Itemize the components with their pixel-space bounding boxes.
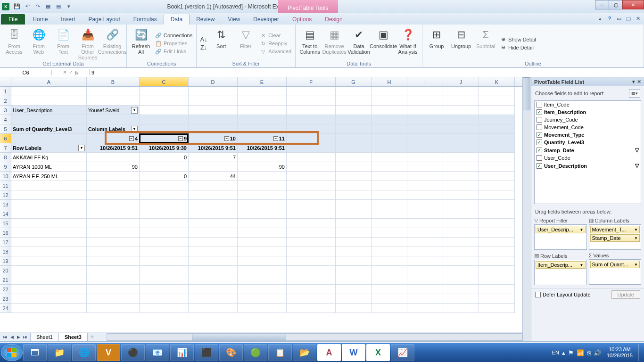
collapse-icon[interactable]: − <box>178 136 183 141</box>
cell[interactable] <box>443 200 479 209</box>
cell[interactable] <box>372 256 407 266</box>
sort-az-button[interactable]: A↓ <box>199 36 208 43</box>
cell[interactable] <box>336 153 372 162</box>
cell[interactable] <box>372 134 407 143</box>
area-item[interactable]: Movement_T...▼ <box>590 226 640 233</box>
cell[interactable] <box>287 266 336 275</box>
cell[interactable] <box>11 190 87 200</box>
horizontal-scrollbar[interactable] <box>107 333 522 341</box>
checkbox[interactable]: ✓ <box>537 140 542 145</box>
taskbar-item[interactable]: 🟢 <box>244 344 267 361</box>
cell[interactable] <box>87 115 140 124</box>
remove-duplicates-button[interactable]: ▦Remove Duplicates <box>323 26 346 60</box>
column-header[interactable]: G <box>336 77 372 86</box>
hide-detail-button[interactable]: ⊖Hide Detail <box>499 44 537 51</box>
cell[interactable] <box>443 134 479 143</box>
what-if-button[interactable]: ❓What-If Analysis <box>396 26 419 60</box>
cell[interactable] <box>479 247 515 256</box>
row-header[interactable]: 9 <box>0 162 11 172</box>
qat-icon[interactable]: ▦ <box>44 3 52 10</box>
cell[interactable] <box>11 219 87 228</box>
cell[interactable] <box>407 275 443 285</box>
cell[interactable] <box>372 209 407 219</box>
cell[interactable] <box>479 228 515 238</box>
tab-developer[interactable]: Developer <box>247 14 286 25</box>
cell[interactable] <box>140 87 189 96</box>
window-restore-icon[interactable]: ▢ <box>625 15 632 22</box>
cell[interactable] <box>479 134 515 143</box>
cell[interactable] <box>238 106 287 115</box>
cell[interactable] <box>407 238 443 247</box>
cell[interactable] <box>140 266 189 275</box>
window-restore-icon[interactable]: ▭ <box>616 15 622 22</box>
column-header[interactable]: A <box>11 77 87 86</box>
row-header[interactable]: 22 <box>0 285 11 294</box>
cell[interactable] <box>140 304 189 313</box>
area-column-labels[interactable]: ▥Column Labels Movement_T...▼Stamp_Date▼ <box>589 216 642 250</box>
cell[interactable] <box>336 275 372 285</box>
cell[interactable] <box>87 275 140 285</box>
field-item[interactable]: Movement_Code <box>535 123 641 131</box>
cell[interactable] <box>189 106 238 115</box>
column-header[interactable]: H <box>372 77 407 86</box>
cell[interactable] <box>407 106 443 115</box>
cell[interactable] <box>443 153 479 162</box>
cell[interactable] <box>443 143 479 153</box>
cell[interactable] <box>189 115 238 124</box>
cell[interactable] <box>443 275 479 285</box>
cell[interactable] <box>336 247 372 256</box>
cell[interactable] <box>140 115 189 124</box>
cell[interactable] <box>238 256 287 266</box>
cell[interactable] <box>336 134 372 143</box>
row-header[interactable]: 13 <box>0 200 11 209</box>
cell[interactable] <box>11 247 87 256</box>
cell[interactable] <box>443 172 479 181</box>
cell[interactable] <box>479 172 515 181</box>
cell[interactable] <box>443 162 479 172</box>
cell[interactable] <box>336 266 372 275</box>
row-header[interactable]: 4 <box>0 115 11 124</box>
cell[interactable] <box>11 294 87 304</box>
tab-home[interactable]: Home <box>26 14 54 25</box>
tab-data[interactable]: Data <box>164 14 190 25</box>
cell[interactable] <box>287 190 336 200</box>
chevron-down-icon[interactable]: ▼ <box>634 236 638 240</box>
row-header[interactable]: 14 <box>0 209 11 219</box>
area-row-labels[interactable]: ▤Row Labels Item_Descrip...▼ <box>534 252 587 285</box>
cell[interactable] <box>443 209 479 219</box>
cell[interactable] <box>287 219 336 228</box>
sheet-nav-prev-icon[interactable]: ◀ <box>8 335 15 339</box>
cell[interactable] <box>336 190 372 200</box>
cell[interactable] <box>443 96 479 106</box>
from-text-button[interactable]: 📄From Text <box>52 26 74 60</box>
cell[interactable] <box>287 153 336 162</box>
cell[interactable] <box>189 209 238 219</box>
cell[interactable] <box>443 106 479 115</box>
cell[interactable] <box>372 190 407 200</box>
checkbox[interactable]: ✓ <box>537 163 542 169</box>
cell[interactable] <box>479 181 515 190</box>
field-item[interactable]: ✓Item_Description <box>535 108 641 116</box>
row-header[interactable]: 21 <box>0 275 11 285</box>
cell[interactable] <box>372 238 407 247</box>
cell[interactable] <box>407 96 443 106</box>
cell[interactable] <box>287 115 336 124</box>
row-header[interactable]: 23 <box>0 294 11 304</box>
from-access-button[interactable]: 🗄From Access <box>3 26 25 60</box>
column-header[interactable]: B <box>87 77 140 86</box>
cell[interactable] <box>11 115 87 124</box>
cell[interactable] <box>372 143 407 153</box>
cell[interactable] <box>407 115 443 124</box>
cell[interactable] <box>140 247 189 256</box>
existing-conn-button[interactable]: 🔗Existing Connections <box>101 26 124 60</box>
taskbar-item[interactable]: 🗔 <box>23 344 47 361</box>
cell[interactable] <box>336 115 372 124</box>
cell[interactable] <box>189 124 238 134</box>
tray-flag-icon[interactable]: ⚑ <box>568 349 574 356</box>
cell[interactable]: −9 <box>140 134 189 143</box>
cell[interactable] <box>189 275 238 285</box>
cell[interactable] <box>140 228 189 238</box>
fx-icon[interactable]: fx <box>75 70 79 75</box>
checkbox[interactable]: ✓ <box>537 109 542 115</box>
collapse-icon[interactable]: − <box>129 136 134 141</box>
